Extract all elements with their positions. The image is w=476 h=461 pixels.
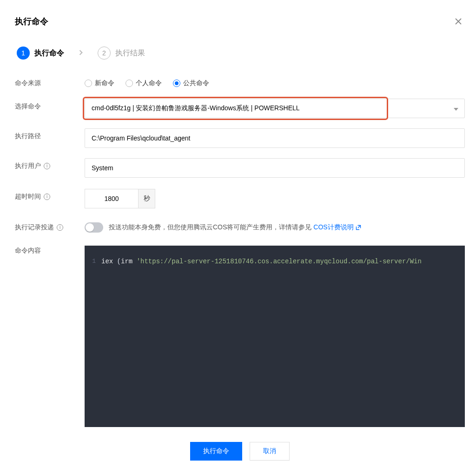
dialog-header: 执行命令 bbox=[15, 15, 465, 28]
radio-label: 公共命令 bbox=[183, 79, 209, 87]
radio-label: 新命令 bbox=[95, 79, 114, 87]
select-command-dropdown[interactable]: cmd-0dl5fz1g | 安装幻兽帕鲁游戏服务器-Windows系统 | P… bbox=[85, 99, 465, 118]
row-command-source: 命令来源 新命令 个人命令 公共命令 bbox=[15, 78, 465, 87]
label-command-source: 命令来源 bbox=[15, 78, 85, 87]
toggle-knob bbox=[86, 223, 94, 232]
row-delivery: 执行记录投递 i 投送功能本身免费，但您使用腾讯云COS将可能产生费用，详情请参… bbox=[15, 222, 465, 233]
dialog-title: 执行命令 bbox=[15, 16, 48, 27]
timeout-unit: 秒 bbox=[139, 189, 155, 208]
label-command-content: 命令内容 bbox=[15, 246, 85, 255]
info-icon[interactable]: i bbox=[57, 224, 63, 231]
timeout-input[interactable] bbox=[85, 189, 139, 208]
external-link-icon bbox=[356, 225, 361, 230]
step-1[interactable]: 1 执行命令 bbox=[17, 47, 64, 60]
delivery-description: 投送功能本身免费，但您使用腾讯云COS将可能产生费用，详情请参见 COS计费说明 bbox=[109, 223, 361, 232]
delivery-toggle[interactable] bbox=[85, 222, 103, 233]
radio-icon bbox=[126, 80, 133, 87]
step-2[interactable]: 2 执行结果 bbox=[98, 47, 145, 60]
radio-icon bbox=[85, 80, 92, 87]
radio-icon bbox=[173, 80, 180, 87]
radio-group-source: 新命令 个人命令 公共命令 bbox=[85, 78, 465, 87]
close-icon bbox=[455, 18, 462, 25]
row-exec-path: 执行路径 bbox=[15, 128, 465, 148]
label-timeout: 超时时间 i bbox=[15, 189, 85, 201]
step-label-2: 执行结果 bbox=[115, 48, 145, 58]
radio-personal-command[interactable]: 个人命令 bbox=[126, 79, 162, 87]
select-command-value: cmd-0dl5fz1g | 安装幻兽帕鲁游戏服务器-Windows系统 | P… bbox=[92, 104, 300, 113]
execute-button[interactable]: 执行命令 bbox=[190, 442, 242, 461]
label-select-command: 选择命令 bbox=[15, 99, 85, 111]
row-command-content: 命令内容 1iex (irm 'https://pal-server-12518… bbox=[15, 246, 465, 427]
dialog-footer: 执行命令 取消 bbox=[15, 442, 465, 461]
info-icon[interactable]: i bbox=[44, 163, 50, 169]
stepper: 1 执行命令 2 执行结果 bbox=[15, 47, 465, 60]
step-label-1: 执行命令 bbox=[34, 48, 64, 58]
close-button[interactable] bbox=[452, 15, 465, 28]
code-editor[interactable]: 1iex (irm 'https://pal-server-1251810746… bbox=[85, 246, 465, 427]
code-content: iex (irm 'https://pal-server-1251810746.… bbox=[101, 258, 422, 265]
code-line-number: 1 bbox=[85, 258, 101, 265]
dialog-container: 执行命令 1 执行命令 2 执行结果 命令来源 新命令 个人命令 bbox=[0, 0, 476, 461]
cos-pricing-link[interactable]: COS计费说明 bbox=[313, 223, 361, 232]
label-delivery: 执行记录投递 i bbox=[15, 222, 85, 232]
chevron-right-icon bbox=[78, 49, 84, 57]
step-num-2: 2 bbox=[98, 47, 111, 60]
info-icon[interactable]: i bbox=[44, 194, 50, 200]
exec-user-input[interactable] bbox=[85, 158, 465, 178]
row-select-command: 选择命令 cmd-0dl5fz1g | 安装幻兽帕鲁游戏服务器-Windows系… bbox=[15, 99, 465, 118]
label-exec-path: 执行路径 bbox=[15, 128, 85, 140]
exec-path-input[interactable] bbox=[85, 128, 465, 148]
cancel-button[interactable]: 取消 bbox=[250, 442, 290, 461]
label-exec-user: 执行用户 i bbox=[15, 158, 85, 170]
radio-new-command[interactable]: 新命令 bbox=[85, 79, 114, 87]
row-exec-user: 执行用户 i bbox=[15, 158, 465, 178]
radio-label: 个人命令 bbox=[136, 79, 162, 87]
radio-public-command[interactable]: 公共命令 bbox=[173, 79, 209, 87]
row-timeout: 超时时间 i 秒 bbox=[15, 189, 465, 208]
step-num-1: 1 bbox=[17, 47, 30, 60]
